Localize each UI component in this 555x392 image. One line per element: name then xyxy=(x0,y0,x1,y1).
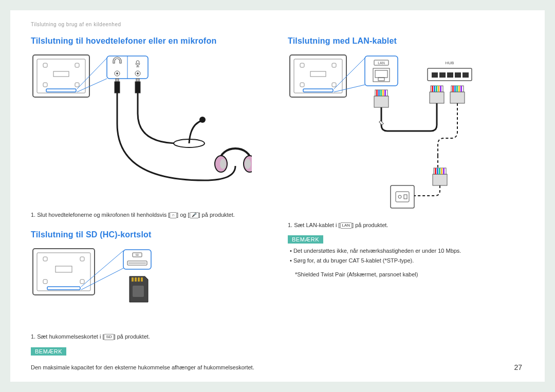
rj45-plug-1 xyxy=(374,90,388,107)
lan-port-label: LAN xyxy=(378,61,385,65)
diagram-lan: LAN HUB xyxy=(288,53,524,214)
svg-rect-0 xyxy=(33,55,89,97)
rj45-plug-2 xyxy=(430,86,444,103)
right-column: Tilslutning med LAN-kablet xyxy=(288,36,524,377)
svg-rect-90 xyxy=(443,168,445,174)
step-sd-b: ] på produktet. xyxy=(114,333,150,340)
rj45-plug-4 xyxy=(433,168,447,185)
bullet-lan-1: Det understøttes ikke, når netværkshasti… xyxy=(290,247,524,255)
svg-rect-58 xyxy=(439,72,446,78)
svg-rect-38 xyxy=(132,277,134,282)
svg-rect-74 xyxy=(440,86,441,92)
svg-rect-51 xyxy=(365,56,398,86)
step-headphones: 1. Slut hovedtelefonerne og mikrofonen t… xyxy=(31,211,267,219)
svg-point-24 xyxy=(199,117,206,123)
svg-rect-64 xyxy=(378,90,380,96)
heading-lan: Tilslutning med LAN-kablet xyxy=(288,36,524,46)
svg-rect-66 xyxy=(382,90,384,96)
svg-rect-86 xyxy=(435,168,436,174)
svg-rect-68 xyxy=(374,96,388,107)
svg-rect-60 xyxy=(455,72,461,78)
sd-icon: SD xyxy=(104,334,114,340)
svg-rect-83 xyxy=(379,121,383,125)
hub-label: HUB xyxy=(446,61,454,65)
step-lan: 1. Sæt LAN-kablet i [LAN] på produktet. xyxy=(288,221,524,229)
svg-rect-91 xyxy=(391,185,414,208)
svg-rect-59 xyxy=(447,72,453,78)
mic-icon: 🎤 xyxy=(190,212,199,218)
svg-rect-41 xyxy=(141,277,143,282)
svg-rect-57 xyxy=(432,72,438,78)
page-number: 27 xyxy=(514,363,522,371)
bullet-lan-2b: *Shielded Twist Pair (Afskærmet, parsnoe… xyxy=(295,270,524,279)
svg-rect-43 xyxy=(290,55,346,97)
svg-rect-79 xyxy=(456,86,458,92)
svg-rect-16 xyxy=(115,82,120,93)
step-text-1c: ] på produktet. xyxy=(199,212,235,218)
svg-rect-80 xyxy=(458,86,460,92)
svg-rect-67 xyxy=(384,90,386,96)
manual-page: Tilslutning og brug af en kildeenhed Til… xyxy=(10,10,545,382)
svg-point-12 xyxy=(116,72,118,74)
svg-rect-82 xyxy=(450,92,465,103)
svg-rect-72 xyxy=(436,86,437,92)
lan-inline-label: LAN xyxy=(340,222,353,229)
rj45-plug-3 xyxy=(450,86,465,103)
left-column: Tilslutning til hovedtelefoner eller en … xyxy=(31,36,267,377)
svg-rect-18 xyxy=(135,82,140,93)
svg-rect-84 xyxy=(433,174,447,185)
diagram-headphones-mic xyxy=(31,53,267,204)
svg-rect-15 xyxy=(116,79,119,82)
heading-headphones-mic: Tilslutning til hovedtelefoner eller en … xyxy=(31,36,267,46)
svg-rect-39 xyxy=(135,277,137,282)
step-sd: 1. Sæt hukommelseskortet i [SD] på produ… xyxy=(31,333,267,341)
page-header: Tilslutning og brug af en kildeenhed xyxy=(31,22,524,27)
svg-rect-77 xyxy=(452,86,454,92)
svg-rect-17 xyxy=(136,79,139,82)
content-columns: Tilslutning til hovedtelefoner eller en … xyxy=(31,36,524,377)
svg-rect-75 xyxy=(430,92,444,103)
svg-rect-25 xyxy=(33,249,95,295)
svg-rect-88 xyxy=(439,168,440,174)
note-badge-lan: BEMÆRK xyxy=(288,235,323,244)
note-sd: Den maksimale kapacitet for den eksterne… xyxy=(31,363,267,372)
svg-point-14 xyxy=(137,72,139,74)
svg-rect-71 xyxy=(434,86,435,92)
step-text-1a: 1. Slut hovedtelefonerne og mikrofonen t… xyxy=(31,212,170,218)
svg-point-22 xyxy=(245,159,251,169)
svg-rect-81 xyxy=(460,86,462,92)
svg-rect-42 xyxy=(133,286,144,297)
svg-text:SD: SD xyxy=(136,253,139,256)
step-text-1b: ] og [ xyxy=(177,212,189,218)
heading-sd-slot: Tilslutning til SD (HC)-kortslot xyxy=(31,230,267,239)
step-lan-b: ] på produktet. xyxy=(352,222,388,228)
svg-point-21 xyxy=(220,159,226,169)
step-lan-a: 1. Sæt LAN-kablet i [ xyxy=(288,222,340,228)
svg-rect-70 xyxy=(432,86,433,92)
bullet-lan-2: Sørg for, at du bruger CAT 5-kablet (*ST… xyxy=(290,256,524,265)
headphone-icon: ∩ xyxy=(170,212,177,218)
svg-rect-78 xyxy=(454,86,456,92)
svg-rect-87 xyxy=(437,168,438,174)
svg-rect-89 xyxy=(441,168,442,174)
diagram-sd: SD xyxy=(31,247,267,326)
note-badge-sd: BEMÆRK xyxy=(31,347,66,356)
svg-rect-73 xyxy=(438,86,439,92)
step-sd-a: 1. Sæt hukommelseskortet i [ xyxy=(31,333,104,340)
svg-rect-40 xyxy=(138,277,140,282)
svg-rect-61 xyxy=(462,72,469,78)
svg-rect-65 xyxy=(380,90,382,96)
svg-rect-63 xyxy=(376,90,378,96)
